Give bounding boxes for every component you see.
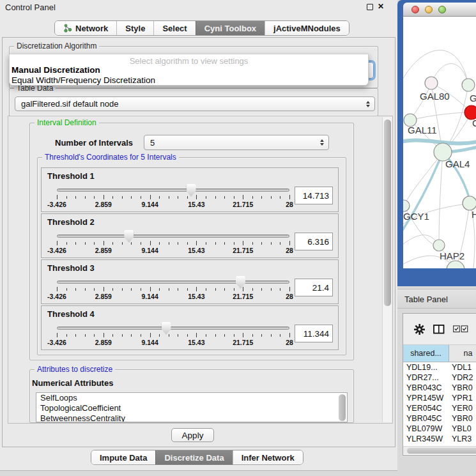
float-window-icon[interactable] xyxy=(367,4,373,10)
control-panel-window: Control Panel ✕ Network Style Select Cyn… xyxy=(0,0,397,471)
slider-track[interactable] xyxy=(57,234,289,238)
table-body: YDL19...YDL1YDR27...YDR2YBR043CYBR0YPR14… xyxy=(403,362,476,446)
scrollbar-thumb[interactable] xyxy=(407,448,476,454)
zoom-traffic-light-icon[interactable] xyxy=(438,6,446,13)
table-row[interactable]: YDR27...YDR2 xyxy=(403,372,476,383)
node-label: GAL80 xyxy=(420,91,450,102)
threshold-slider[interactable]: -3.4262.8599.14415.4321.71528 xyxy=(57,306,289,351)
table-row[interactable]: YBL079WYBL0 xyxy=(403,424,476,434)
tab-label: jActiveMNodules xyxy=(273,24,341,33)
group-title: Threshold's Coordinates for 5 Intervals xyxy=(42,153,179,162)
scrollbar-thumb[interactable] xyxy=(384,119,391,306)
node-label: GAL4 xyxy=(445,158,470,169)
node-label: HAP2 xyxy=(440,250,464,261)
slider-track[interactable] xyxy=(57,326,289,330)
table-cell: YDL1 xyxy=(449,362,476,372)
column-header-shared-name[interactable]: shared... xyxy=(403,345,449,362)
tab-label: Impute Data xyxy=(100,453,147,463)
threshold-value-field[interactable] xyxy=(295,233,333,250)
tab-network[interactable]: Network xyxy=(55,21,116,35)
threshold-slider[interactable]: -3.4262.8599.14415.4321.71528 xyxy=(57,260,289,305)
table-cell: YPR145W xyxy=(403,393,449,403)
list-item[interactable]: BetweennessCentrality xyxy=(36,413,347,422)
table-row[interactable]: YBR043CYBR0 xyxy=(403,383,476,393)
dropdown-item-equal-width-frequency[interactable]: Equal Width/Frequency Discretization xyxy=(12,75,155,85)
table-cell: YDR27... xyxy=(403,372,449,383)
table-row[interactable]: YPR145WYPR1 xyxy=(403,393,476,403)
table-cell: YBL0 xyxy=(449,424,476,434)
tab-label: Network xyxy=(75,24,108,33)
threshold-value-field[interactable] xyxy=(295,325,333,342)
columns-icon[interactable] xyxy=(433,325,445,334)
tab-infer-network[interactable]: Infer Network xyxy=(233,450,303,464)
threshold-slider[interactable]: -3.4262.8599.14415.4321.71528 xyxy=(57,168,289,213)
tab-label: Discretize Data xyxy=(164,453,224,463)
tab-jactivemnodules[interactable]: jActiveMNodules xyxy=(265,21,349,35)
threshold-slider[interactable]: -3.4262.8599.14415.4321.71528 xyxy=(57,214,289,259)
num-intervals-combobox[interactable]: 5 xyxy=(144,135,329,150)
group-title: Discretization Algorithm xyxy=(14,42,99,50)
dropdown-prompt-item[interactable]: Select algorithm to view settings xyxy=(10,56,368,66)
threshold-box: Threshold 2 -3.4262.8599.14415.4321.7152… xyxy=(41,213,339,258)
list-item[interactable]: SelfLoops xyxy=(36,393,347,403)
tab-impute-data[interactable]: Impute Data xyxy=(91,450,155,464)
dropdown-item-manual-discretization[interactable]: Manual Discretization xyxy=(12,65,100,75)
node-label: GAL11 xyxy=(408,125,437,135)
network-window-titlebar[interactable] xyxy=(403,3,476,17)
numerical-attributes-list[interactable]: SelfLoopsTopologicalCoefficientBetweenne… xyxy=(36,392,348,422)
threshold-box: Threshold 4 -3.4262.8599.14415.4321.7152… xyxy=(41,305,339,350)
tab-style[interactable]: Style xyxy=(116,21,153,35)
list-scrollbar-thumb[interactable] xyxy=(339,394,346,421)
table-row[interactable]: YLR345WYLR3 xyxy=(403,434,476,444)
tab-cyni-toolbox[interactable]: Cyni Toolbox xyxy=(196,21,265,35)
tab-discretize-data[interactable]: Discretize Data xyxy=(155,450,232,464)
threshold-value-field[interactable] xyxy=(295,279,333,296)
combobox-value: 5 xyxy=(150,138,155,148)
table-panel-header-bar: Table Panel xyxy=(397,289,476,309)
node-label: H xyxy=(472,209,476,220)
close-traffic-light-icon[interactable] xyxy=(411,6,419,13)
table-row[interactable]: YDL19...YDL1 xyxy=(403,362,476,372)
table-row[interactable]: YER054CYER0 xyxy=(403,403,476,413)
threshold-value-field[interactable] xyxy=(295,187,333,204)
table-cell: YPR1 xyxy=(449,393,476,403)
tab-select[interactable]: Select xyxy=(153,21,195,35)
table-cell: YBR0 xyxy=(449,413,476,424)
close-icon[interactable]: ✕ xyxy=(378,2,384,11)
top-tab-bar: Network Style Select Cyni Toolbox jActiv… xyxy=(54,20,349,36)
num-intervals-label: Number of Intervals xyxy=(55,138,133,148)
control-panel-titlebar: Control Panel ✕ xyxy=(0,0,397,14)
thresholds-list: Threshold 1 -3.4262.8599.14415.4321.7152… xyxy=(41,167,339,351)
slider-track[interactable] xyxy=(57,280,289,284)
gear-icon[interactable] xyxy=(414,324,425,335)
tab-label: Cyni Toolbox xyxy=(204,24,256,33)
slider-ticks xyxy=(57,333,289,338)
select-columns-checkboxes-icon[interactable] xyxy=(453,325,468,333)
slider-track[interactable] xyxy=(57,188,289,192)
table-cell: YER0 xyxy=(449,403,476,413)
algorithm-dropdown-popup: Select algorithm to view settings Manual… xyxy=(9,54,369,86)
table-cell: YBR043C xyxy=(403,383,449,393)
slider-tick-labels: -3.4262.8599.14415.4321.71528 xyxy=(57,339,289,347)
table-panel-title: Table Panel xyxy=(404,295,448,304)
table-row[interactable]: YBR045CYBR0 xyxy=(403,413,476,424)
table-cell: YDL19... xyxy=(403,362,449,372)
column-header-name[interactable]: na xyxy=(449,345,476,362)
table-data-combobox[interactable]: galFiltered.sif default node xyxy=(15,96,375,111)
slider-tick-labels: -3.4262.8599.14415.4321.71528 xyxy=(57,201,289,209)
slider-ticks xyxy=(57,241,289,246)
group-title: Interval Definition xyxy=(35,118,99,127)
table-panel: shared... na YDL19...YDL1YDR27...YDR2YBR… xyxy=(403,313,476,456)
group-title: Attributes to discretize xyxy=(35,365,115,374)
vertical-scrollbar[interactable] xyxy=(382,117,392,422)
list-item[interactable]: TopologicalCoefficient xyxy=(36,403,347,413)
slider-tick-labels: -3.4262.8599.14415.4321.71528 xyxy=(57,247,289,255)
table-cell: YDR2 xyxy=(449,372,476,383)
table-header-row: shared... na xyxy=(403,345,476,362)
apply-button[interactable]: Apply xyxy=(171,428,214,442)
network-canvas[interactable]: GAL80 G GAL11 C GAL4 GCY1 H HAP2 xyxy=(403,17,476,268)
table-cell: YBR045C xyxy=(403,413,449,424)
table-cell: YLR345W xyxy=(403,434,449,444)
minimize-traffic-light-icon[interactable] xyxy=(425,6,433,13)
horizontal-scrollbar[interactable] xyxy=(403,446,476,454)
